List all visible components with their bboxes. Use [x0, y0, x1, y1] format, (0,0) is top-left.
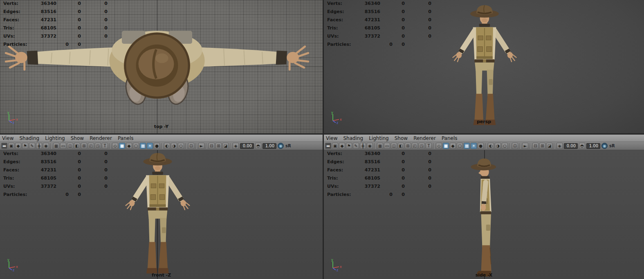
menu-show[interactable]: Show [71, 135, 84, 141]
smooth-shade-icon[interactable]: ■ [443, 143, 449, 149]
menu-renderer[interactable]: Renderer [90, 135, 112, 141]
viewport-canvas-side[interactable]: Verts:3634000 Edges:8351600 Faces:472310… [324, 150, 644, 279]
hud-toggle-icon[interactable]: T [426, 143, 432, 149]
hud-value: 36340 [30, 151, 56, 156]
shadows-icon[interactable]: ● [478, 143, 484, 149]
menu-shading[interactable]: Shading [19, 135, 39, 141]
safe-action-icon[interactable]: ◰ [88, 143, 94, 149]
bookmark-icon[interactable]: ⚑ [346, 143, 352, 149]
bounding-box-icon[interactable]: ▢ [133, 143, 139, 149]
select-camera-icon[interactable]: ▣ [8, 143, 14, 149]
lock-camera-icon[interactable]: ◆ [15, 143, 21, 149]
gate-mask-icon[interactable]: ◧ [74, 143, 80, 149]
grease-pencil-icon[interactable]: ✎ [353, 143, 359, 149]
safe-title-icon[interactable]: ◳ [95, 143, 101, 149]
film-gate-icon[interactable]: ▭ [384, 143, 390, 149]
wireframe-icon[interactable]: ◇ [436, 143, 442, 149]
field-chart-icon[interactable]: ⊞ [81, 143, 87, 149]
viewport-canvas-persp[interactable]: Verts:3634000 Edges:8351600 Faces:472310… [324, 0, 644, 133]
outliner-pane-icon[interactable]: ◪ [546, 143, 552, 149]
exposure-icon[interactable]: ◈ [233, 143, 239, 149]
outliner-pane-icon[interactable]: ◪ [222, 143, 229, 149]
hud-value: 0 [408, 1, 431, 6]
gate-mask-icon[interactable]: ◧ [398, 143, 404, 149]
hud-label: Particles: [327, 42, 351, 47]
single-pane-icon[interactable]: ⊟ [532, 143, 539, 149]
exposure-icon[interactable]: ◈ [556, 143, 563, 149]
exposure-field[interactable]: 0.00 [564, 143, 578, 149]
select-camera-icon[interactable]: ▣ [332, 143, 338, 149]
select-tool-icon[interactable]: ► [198, 143, 204, 149]
gamma-field[interactable]: 1.00 [263, 143, 276, 149]
menu-view[interactable]: View [326, 135, 337, 141]
flat-shade-icon[interactable]: ◆ [450, 143, 456, 149]
character-model-persp-view[interactable] [442, 3, 527, 131]
multisample-icon[interactable]: ○ [178, 143, 184, 149]
toolbar-separator [375, 143, 375, 149]
smooth-shade-icon[interactable]: ■ [119, 143, 125, 149]
bounding-box-icon[interactable]: ▢ [457, 143, 463, 149]
color-management-icon[interactable]: ◉ [601, 143, 608, 149]
gamma-field[interactable]: 1.00 [586, 143, 600, 149]
menu-shading[interactable]: Shading [343, 135, 363, 141]
hud-toggle-icon[interactable]: T [102, 143, 108, 149]
menu-panels[interactable]: Panels [118, 135, 134, 141]
hud-value: 0 [381, 9, 405, 14]
viewport-canvas-top[interactable]: Verts:3634000 Edges:8351600 Faces:472310… [0, 0, 323, 133]
gamma-toggle-icon[interactable]: ◓ [255, 143, 261, 149]
resolution-gate-icon[interactable]: ◫ [67, 143, 73, 149]
field-chart-icon[interactable]: ⊞ [405, 143, 411, 149]
multisample-icon[interactable]: ○ [502, 143, 508, 149]
image-plane-icon[interactable]: ◉ [43, 143, 49, 149]
ao-icon[interactable]: ◐ [488, 143, 494, 149]
pan-zoom-icon[interactable]: ╋ [360, 143, 366, 149]
motion-blur-icon[interactable]: ◑ [171, 143, 177, 149]
menu-panels[interactable]: Panels [442, 135, 458, 141]
safe-title-icon[interactable]: ◳ [419, 143, 425, 149]
motion-blur-icon[interactable]: ◑ [495, 143, 501, 149]
toolbar-separator [206, 143, 207, 149]
grid-icon[interactable]: ▦ [53, 143, 59, 149]
character-model-top-view[interactable] [3, 5, 311, 110]
lights-icon[interactable]: ☀ [147, 143, 153, 149]
isolate-select-icon[interactable]: ⊡ [512, 143, 518, 149]
grid-icon[interactable]: ▦ [377, 143, 383, 149]
lock-camera-icon[interactable]: ◆ [339, 143, 345, 149]
shadows-icon[interactable]: ● [154, 143, 160, 149]
panel-menu-icon[interactable]: ▬ [325, 143, 331, 149]
safe-action-icon[interactable]: ◰ [412, 143, 418, 149]
textured-icon[interactable]: ▩ [140, 143, 146, 149]
grease-pencil-icon[interactable]: ✎ [29, 143, 35, 149]
single-pane-icon[interactable]: ⊟ [209, 143, 215, 149]
menu-view[interactable]: View [2, 135, 13, 141]
bookmark-icon[interactable]: ⚑ [22, 143, 28, 149]
gamma-toggle-icon[interactable]: ◓ [579, 143, 585, 149]
menu-show[interactable]: Show [395, 135, 408, 141]
exposure-field[interactable]: 0.00 [240, 143, 254, 149]
textured-icon[interactable]: ▩ [464, 143, 470, 149]
image-plane-icon[interactable]: ◉ [367, 143, 373, 149]
wireframe-icon[interactable]: ◇ [112, 143, 118, 149]
pan-zoom-icon[interactable]: ╋ [36, 143, 42, 149]
character-model-front-view[interactable] [115, 151, 200, 279]
toolbar-separator [230, 143, 231, 149]
menu-renderer[interactable]: Renderer [413, 135, 436, 141]
character-model-side-view[interactable] [462, 156, 507, 279]
hud-value: 0 [408, 167, 431, 173]
isolate-select-icon[interactable]: ⊡ [188, 143, 194, 149]
select-tool-icon[interactable]: ► [522, 143, 528, 149]
color-management-icon[interactable]: ◉ [278, 143, 284, 149]
tear-off-copy-icon[interactable]: ⊞ [215, 143, 222, 149]
resolution-gate-icon[interactable]: ◫ [391, 143, 397, 149]
viewport-canvas-front[interactable]: Verts:3634000 Edges:8351600 Faces:472310… [0, 150, 323, 279]
menu-lighting[interactable]: Lighting [369, 135, 389, 141]
lights-icon[interactable]: ☀ [471, 143, 477, 149]
film-gate-icon[interactable]: ▭ [60, 143, 66, 149]
ao-icon[interactable]: ◐ [164, 143, 170, 149]
tear-off-copy-icon[interactable]: ⊞ [539, 143, 545, 149]
poly-count-hud: Verts:3634000 Edges:8351600 Faces:472310… [327, 151, 438, 200]
panel-menu-icon[interactable]: ▬ [1, 143, 7, 149]
flat-shade-icon[interactable]: ◆ [126, 143, 132, 149]
viewport-panel-top: Verts:3634000 Edges:8351600 Faces:472310… [0, 0, 323, 133]
menu-lighting[interactable]: Lighting [45, 135, 65, 141]
